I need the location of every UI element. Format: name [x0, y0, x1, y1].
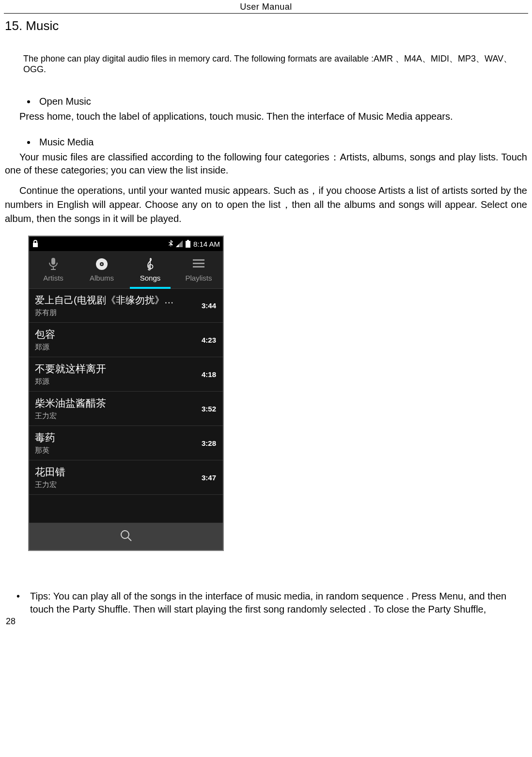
- song-title: 不要就这样离开: [35, 362, 106, 376]
- list-item[interactable]: 柴米油盐酱醋茶 王力宏 3:52: [29, 392, 223, 426]
- tab-label: Artists: [43, 274, 63, 282]
- paragraph-open-music: Press home, touch the label of applicati…: [19, 110, 527, 123]
- svg-line-4: [128, 537, 131, 541]
- tips-paragraph: •Tips: You can play all of the songs in …: [30, 590, 517, 616]
- disc-icon: [95, 257, 109, 271]
- list-item[interactable]: 爱上自己(电视剧《非缘勿扰》片… 苏有朋 3:44: [29, 289, 223, 323]
- phone-screenshot: 8:14 AM Artists Albums Songs Playlist: [28, 236, 224, 551]
- tab-songs[interactable]: Songs: [126, 251, 174, 288]
- song-duration: 3:44: [202, 301, 216, 310]
- status-bar: 8:14 AM: [29, 237, 223, 251]
- bullet-open-music: Open Music: [36, 96, 532, 107]
- song-duration: 3:47: [202, 473, 216, 482]
- tab-playlists[interactable]: Playlists: [174, 251, 223, 288]
- treble-clef-icon: [143, 257, 157, 271]
- tab-albums[interactable]: Albums: [78, 251, 126, 288]
- svg-point-3: [121, 531, 129, 538]
- page-header: User Manual: [0, 0, 532, 13]
- paragraph-music-media-2: Continue the operations, until your want…: [5, 184, 527, 226]
- bullet-music-media: Music Media: [36, 137, 532, 148]
- song-duration: 3:28: [202, 439, 216, 447]
- song-title: 爱上自己(电视剧《非缘勿扰》片…: [35, 294, 180, 307]
- song-duration: 4:23: [202, 336, 216, 344]
- tab-label: Albums: [90, 274, 114, 282]
- song-artist: 郑源: [35, 343, 55, 352]
- paragraph-music-media-1: Your music files are classified accordin…: [5, 151, 527, 177]
- battery-icon: [186, 240, 190, 248]
- page-number: 28: [6, 616, 16, 627]
- song-title: 毒药: [35, 431, 55, 444]
- status-time: 8:14 AM: [193, 240, 220, 248]
- empty-row: [29, 495, 223, 523]
- song-list: 爱上自己(电视剧《非缘勿扰》片… 苏有朋 3:44 包容 郑源 4:23 不要就…: [29, 289, 223, 523]
- bluetooth-icon: [168, 240, 173, 248]
- svg-point-2: [101, 264, 103, 265]
- song-title: 花田错: [35, 465, 65, 479]
- tab-artists[interactable]: Artists: [29, 251, 78, 288]
- song-artist: 郑源: [35, 377, 106, 386]
- song-artist: 王力宏: [35, 411, 106, 421]
- lock-icon: [32, 240, 39, 248]
- song-artist: 王力宏: [35, 480, 65, 489]
- song-duration: 4:18: [202, 370, 216, 378]
- section-title: 15. Music: [5, 18, 532, 33]
- list-icon: [192, 257, 205, 271]
- song-title: 包容: [35, 328, 55, 341]
- microphone-icon: [47, 257, 60, 271]
- header-rule: [4, 13, 528, 14]
- list-item[interactable]: 不要就这样离开 郑源 4:18: [29, 357, 223, 392]
- song-artist: 那英: [35, 446, 55, 455]
- song-duration: 3:52: [202, 405, 216, 413]
- tab-label: Songs: [140, 274, 161, 282]
- search-icon: [120, 529, 132, 544]
- list-item[interactable]: 毒药 那英 3:28: [29, 426, 223, 460]
- signal-icon: [176, 240, 183, 247]
- list-item[interactable]: 花田错 王力宏 3:47: [29, 460, 223, 495]
- search-bar[interactable]: [29, 523, 223, 550]
- list-item[interactable]: 包容 郑源 4:23: [29, 323, 223, 357]
- tab-label: Playlists: [185, 274, 212, 282]
- song-artist: 苏有朋: [35, 308, 180, 317]
- song-title: 柴米油盐酱醋茶: [35, 396, 106, 410]
- intro-text: The phone can play digital audio files i…: [23, 53, 517, 75]
- music-tabs: Artists Albums Songs Playlists: [29, 251, 223, 289]
